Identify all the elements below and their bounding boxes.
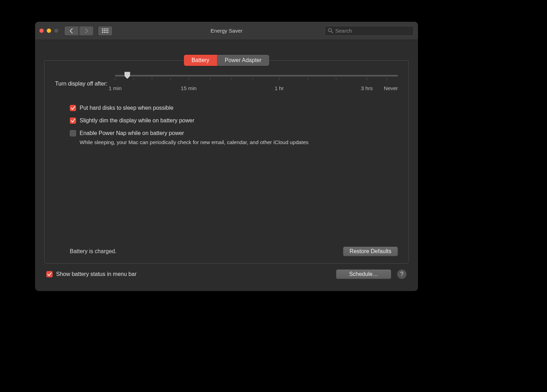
svg-rect-4 bbox=[102, 30, 103, 31]
system-preferences-window: Energy Saver Battery Power Adapter Turn … bbox=[35, 22, 418, 291]
svg-rect-5 bbox=[104, 30, 105, 31]
traffic-lights bbox=[39, 28, 59, 33]
zoom-window-button bbox=[54, 28, 59, 33]
battery-status: Battery is charged. bbox=[70, 248, 116, 255]
checkbox-power-nap[interactable] bbox=[70, 130, 76, 136]
label-show-battery: Show battery status in menu bar bbox=[56, 270, 136, 278]
tab-power-adapter[interactable]: Power Adapter bbox=[217, 55, 269, 66]
options-list: Put hard disks to sleep when possible Sl… bbox=[55, 104, 398, 142]
svg-rect-8 bbox=[102, 32, 103, 33]
grid-icon bbox=[102, 28, 108, 33]
checkbox-dim-display[interactable] bbox=[70, 117, 76, 124]
search-icon bbox=[328, 28, 333, 33]
nav-back-forward bbox=[64, 26, 94, 36]
tab-group: Battery Power Adapter bbox=[184, 55, 269, 66]
titlebar: Energy Saver bbox=[35, 22, 418, 40]
row-hard-disks: Put hard disks to sleep when possible bbox=[70, 104, 398, 112]
label-power-nap: Enable Power Nap while on battery power bbox=[80, 129, 184, 137]
slider-thumb[interactable] bbox=[124, 71, 131, 80]
checkbox-hard-disks[interactable] bbox=[70, 105, 76, 111]
tick-never: Never bbox=[384, 85, 398, 91]
tick-15min: 15 min bbox=[181, 85, 197, 91]
svg-rect-6 bbox=[106, 30, 107, 31]
minimize-window-button[interactable] bbox=[47, 28, 51, 33]
svg-rect-10 bbox=[106, 32, 107, 33]
settings-panel: Battery Power Adapter Turn display off a… bbox=[44, 60, 409, 264]
search-field-wrap[interactable] bbox=[325, 26, 414, 36]
search-input[interactable] bbox=[335, 28, 411, 34]
display-sleep-label: Turn display off after: bbox=[55, 81, 107, 87]
row-show-battery: Show battery status in menu bar bbox=[46, 270, 136, 278]
svg-rect-9 bbox=[104, 32, 105, 33]
svg-rect-7 bbox=[107, 30, 108, 31]
close-window-button[interactable] bbox=[39, 28, 44, 33]
schedule-button[interactable]: Schedule… bbox=[336, 269, 391, 279]
help-button[interactable]: ? bbox=[397, 269, 407, 279]
forward-button bbox=[79, 26, 94, 36]
svg-point-12 bbox=[329, 29, 332, 32]
show-all-button[interactable] bbox=[98, 26, 113, 36]
restore-defaults-button[interactable]: Restore Defaults bbox=[343, 246, 398, 256]
footer-row: Show battery status in menu bar Schedule… bbox=[44, 264, 409, 285]
tick-1hr: 1 hr bbox=[275, 85, 284, 91]
tick-1min: 1 min bbox=[109, 85, 122, 91]
display-sleep-row: Turn display off after: bbox=[55, 74, 398, 96]
svg-rect-2 bbox=[106, 28, 107, 29]
svg-rect-3 bbox=[107, 28, 108, 29]
slider-ticks bbox=[115, 77, 398, 81]
display-sleep-slider[interactable]: 1 min 15 min 1 hr 3 hrs Never bbox=[115, 74, 398, 96]
svg-rect-1 bbox=[104, 28, 105, 29]
checkbox-show-battery[interactable] bbox=[46, 271, 53, 277]
svg-rect-0 bbox=[102, 28, 103, 29]
label-hard-disks: Put hard disks to sleep when possible bbox=[80, 104, 174, 112]
row-dim-display: Slightly dim the display while on batter… bbox=[70, 117, 398, 124]
checkmark-icon bbox=[47, 272, 52, 277]
tick-3hrs: 3 hrs bbox=[361, 85, 373, 91]
power-nap-help: While sleeping, your Mac can periodicall… bbox=[65, 139, 398, 145]
content: Battery Power Adapter Turn display off a… bbox=[35, 40, 418, 291]
panel-bottom-row: Battery is charged. Restore Defaults bbox=[55, 246, 398, 256]
checkmark-icon bbox=[70, 106, 75, 110]
label-dim-display: Slightly dim the display while on batter… bbox=[80, 117, 194, 124]
chevron-right-icon bbox=[85, 28, 88, 33]
svg-rect-11 bbox=[107, 32, 108, 33]
back-button[interactable] bbox=[64, 26, 79, 36]
svg-line-13 bbox=[331, 32, 333, 33]
chevron-left-icon bbox=[70, 28, 73, 33]
tab-battery[interactable]: Battery bbox=[184, 55, 217, 66]
row-power-nap: Enable Power Nap while on battery power bbox=[70, 129, 398, 137]
checkmark-icon bbox=[70, 118, 75, 123]
slider-track bbox=[115, 75, 398, 76]
